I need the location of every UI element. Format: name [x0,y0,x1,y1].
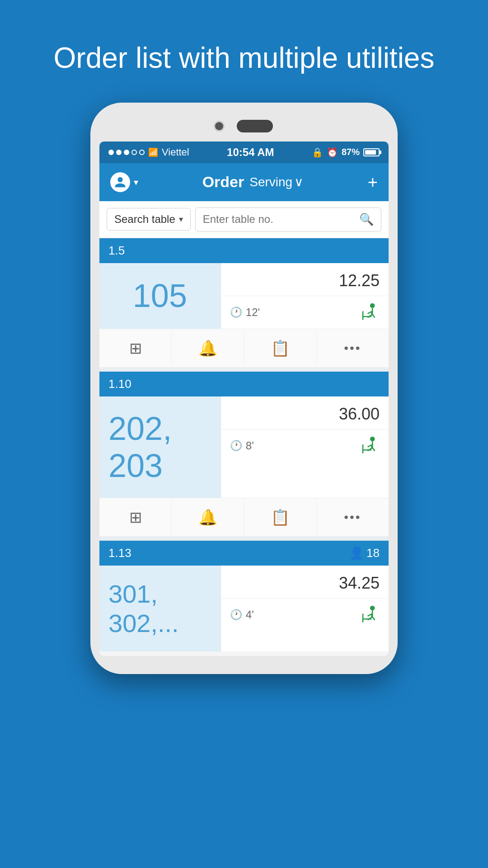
section-id: 1.5 [108,244,125,258]
carrier-name: Viettel [162,146,189,158]
table-search-input[interactable] [203,213,359,226]
checklist-button[interactable]: 📋 [244,329,317,367]
time-value: 12' [246,306,260,319]
time-value: 8' [246,439,254,452]
order-card: 1.5 105 12.25 🕐 12' [99,238,389,367]
calculator-button[interactable]: ⊞ [99,498,172,536]
order-meta: 🕐 12' [221,296,389,329]
phone-screen: 📶 Viettel 10:54 AM 🔒 ⏰ 87% [99,142,389,656]
status-left: 📶 Viettel [108,146,189,158]
order-actions: ⊞ 🔔 📋 ••• [99,329,389,367]
search-icon: 🔍 [359,212,374,226]
search-type-label: Search table [114,213,175,226]
more-icon: ••• [344,341,361,355]
user-menu[interactable]: ▾ [110,172,138,192]
order-details: 12.25 🕐 12' [221,263,389,329]
clock-icon: 🕐 [230,609,242,621]
dining-icon [360,436,380,456]
checklist-button[interactable]: 📋 [244,498,317,536]
table-number-cell[interactable]: 105 [99,263,221,329]
clock-icon: 🕐 [230,307,242,318]
user-dropdown-arrow[interactable]: ▾ [134,177,138,188]
clock-icon: 🕐 [230,440,242,452]
calculator-button[interactable]: ⊞ [99,329,172,367]
order-section-header: 1.10 [99,372,389,396]
more-icon: ••• [344,510,361,524]
svg-line-4 [372,314,375,317]
order-details: 34.25 🕐 4' [221,566,389,651]
more-button[interactable]: ••• [317,329,389,367]
section-id: 1.10 [108,377,131,391]
filter-dropdown[interactable]: Serving ∨ [249,175,304,189]
order-section-header: 1.5 [99,238,389,263]
svg-point-8 [370,437,375,442]
dining-icon [360,605,380,625]
table-number: 301, 302,... [108,579,211,638]
wifi-icon: 📶 [148,147,158,157]
serve-button[interactable]: 🔔 [172,498,244,536]
order-meta: 🕐 4' [221,599,389,631]
order-body: 202, 203 36.00 🕐 8' [99,396,389,498]
order-time: 🕐 8' [230,439,254,452]
app-header: ▾ Order Serving ∨ + [99,163,389,201]
calculator-icon: ⊞ [129,339,142,357]
order-section-header: 1.13 👤 18 [99,541,389,566]
order-amount: 34.25 [221,566,389,599]
order-amount: 12.25 [221,263,389,296]
table-number-cell[interactable]: 202, 203 [99,396,221,498]
signal-dots [108,150,145,155]
svg-line-20 [372,617,375,620]
header-title: Order [202,173,244,191]
guest-count: 👤 18 [349,546,380,560]
svg-rect-13 [363,449,371,451]
user-avatar[interactable] [110,172,130,192]
add-order-button[interactable]: + [368,174,378,191]
dot-5 [139,150,145,155]
order-time: 🕐 4' [230,609,254,621]
svg-point-16 [370,606,375,611]
search-type-dropdown[interactable]: Search table ▾ [107,208,191,231]
status-right: 🔒 ⏰ 87% [312,147,380,158]
table-number-cell[interactable]: 301, 302,... [99,566,221,651]
section-id: 1.13 [108,546,131,560]
dot-3 [124,150,129,155]
order-time: 🕐 12' [230,306,260,319]
order-meta: 🕐 8' [221,429,389,462]
dot-2 [116,150,122,155]
battery-bar [363,148,380,156]
orders-list: 1.5 105 12.25 🕐 12' [99,238,389,651]
more-button[interactable]: ••• [317,498,389,536]
calculator-icon: ⊞ [129,508,142,526]
order-body: 105 12.25 🕐 12' [99,263,389,329]
filter-arrow: ∨ [294,175,304,189]
order-body: 301, 302,... 34.25 🕐 4' [99,566,389,651]
table-number: 105 [133,277,187,314]
alarm-icon: ⏰ [327,147,338,158]
status-time: 10:54 AM [227,146,274,159]
phone-speaker [237,120,273,132]
dot-1 [108,150,114,155]
search-type-arrow: ▾ [179,214,183,224]
serve-icon: 🔔 [198,339,217,357]
order-details: 36.00 🕐 8' [221,396,389,498]
guest-icon: 👤 [349,546,364,560]
svg-point-0 [370,303,375,308]
lock-icon: 🔒 [312,147,323,158]
time-value: 4' [246,609,254,621]
order-actions: ⊞ 🔔 📋 ••• [99,498,389,536]
filter-label: Serving [249,175,292,189]
dot-4 [131,150,137,155]
phone-shell: 📶 Viettel 10:54 AM 🔒 ⏰ 87% [90,103,398,674]
dining-icon [360,302,380,322]
status-bar: 📶 Viettel 10:54 AM 🔒 ⏰ 87% [99,142,389,163]
checklist-icon: 📋 [271,339,290,357]
serve-icon: 🔔 [198,508,217,526]
search-input-wrapper[interactable]: 🔍 [195,208,381,231]
order-amount: 36.00 [221,396,389,429]
serve-button[interactable]: 🔔 [172,329,244,367]
order-card: 1.13 👤 18 301, 302,... 34.25 🕐 [99,541,389,651]
person-icon [114,176,127,189]
search-bar: Search table ▾ 🔍 [99,201,389,238]
battery-percent: 87% [342,147,360,157]
phone-top [99,115,389,142]
